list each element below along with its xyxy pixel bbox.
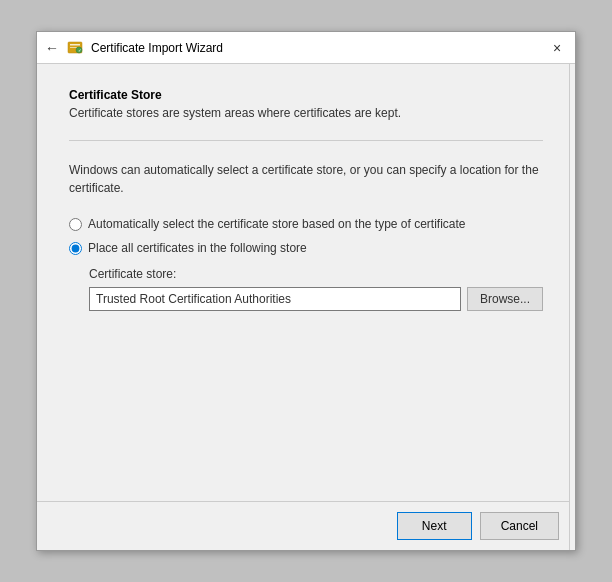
title-bar: ← ✓ Certificate Import Wizard × (37, 32, 575, 64)
manual-select-option[interactable]: Place all certificates in the following … (69, 241, 543, 255)
section-description: Certificate stores are system areas wher… (69, 106, 543, 120)
manual-select-radio[interactable] (69, 242, 82, 255)
certificate-import-icon: ✓ (65, 38, 85, 58)
bottom-bar: Next Cancel (37, 501, 575, 550)
store-input-row: Browse... (89, 287, 543, 311)
close-button[interactable]: × (547, 38, 567, 58)
divider (69, 140, 543, 141)
section-title: Certificate Store (69, 88, 543, 102)
radio-group: Automatically select the certificate sto… (69, 217, 543, 255)
certificate-import-dialog: ← ✓ Certificate Import Wizard × Certific… (36, 31, 576, 551)
auto-select-radio[interactable] (69, 218, 82, 231)
next-button[interactable]: Next (397, 512, 472, 540)
dialog-title: Certificate Import Wizard (91, 41, 223, 55)
back-arrow-icon[interactable]: ← (45, 40, 59, 56)
manual-select-label: Place all certificates in the following … (88, 241, 307, 255)
spacer (69, 311, 543, 485)
auto-select-label: Automatically select the certificate sto… (88, 217, 466, 231)
intro-text: Windows can automatically select a certi… (69, 161, 543, 197)
svg-rect-2 (70, 47, 77, 48)
section-header: Certificate Store Certificate stores are… (69, 88, 543, 120)
cancel-button[interactable]: Cancel (480, 512, 559, 540)
browse-button[interactable]: Browse... (467, 287, 543, 311)
scrollbar (569, 64, 575, 550)
title-bar-left: ← ✓ Certificate Import Wizard (45, 38, 223, 58)
store-input[interactable] (89, 287, 461, 311)
store-label: Certificate store: (89, 267, 543, 281)
store-section: Certificate store: Browse... (89, 267, 543, 311)
content-area: Certificate Store Certificate stores are… (37, 64, 575, 501)
svg-text:✓: ✓ (78, 48, 81, 53)
svg-rect-1 (70, 44, 80, 46)
auto-select-option[interactable]: Automatically select the certificate sto… (69, 217, 543, 231)
